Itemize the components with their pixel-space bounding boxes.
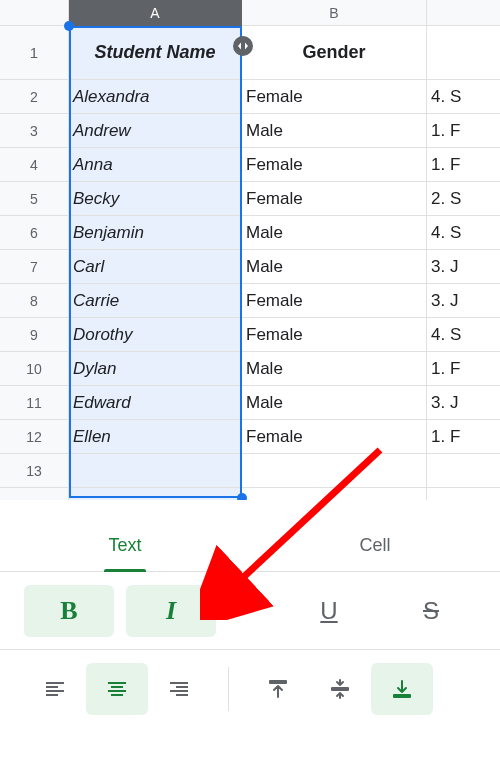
italic-button[interactable]: I	[126, 585, 216, 637]
row-header-4[interactable]: 4	[0, 148, 69, 182]
underline-button[interactable]: U	[284, 585, 374, 637]
cell-B5[interactable]: Female	[242, 182, 427, 216]
row-14: 14	[0, 488, 500, 500]
cell-A11[interactable]: Edward	[69, 386, 242, 420]
cell-C11[interactable]: 3. J	[427, 386, 500, 420]
row-8: 8CarrieFemale3. J	[0, 284, 500, 318]
valign-bottom-icon	[390, 677, 414, 701]
column-resize-handle[interactable]	[233, 36, 253, 56]
row-header-12[interactable]: 12	[0, 420, 69, 454]
spreadsheet-area[interactable]: A B 1 Student Name Gender 2AlexandraFema…	[0, 0, 500, 500]
valign-top-icon	[266, 677, 290, 701]
align-right-icon	[167, 677, 191, 701]
cell-B6[interactable]: Male	[242, 216, 427, 250]
tab-text[interactable]: Text	[0, 520, 250, 571]
cell-B1[interactable]: Gender	[242, 26, 427, 80]
cell-A9[interactable]: Dorothy	[69, 318, 242, 352]
row-header-9[interactable]: 9	[0, 318, 69, 352]
cell-A8[interactable]: Carrie	[69, 284, 242, 318]
row-3: 3AndrewMale1. F	[0, 114, 500, 148]
tab-cell[interactable]: Cell	[250, 520, 500, 571]
cell-B8[interactable]: Female	[242, 284, 427, 318]
row-header-13[interactable]: 13	[0, 454, 69, 488]
cell-B7[interactable]: Male	[242, 250, 427, 284]
row-4: 4AnnaFemale1. F	[0, 148, 500, 182]
row-10: 10DylanMale1. F	[0, 352, 500, 386]
cell-A3[interactable]: Andrew	[69, 114, 242, 148]
cell-A7[interactable]: Carl	[69, 250, 242, 284]
row-12: 12EllenFemale1. F	[0, 420, 500, 454]
row-header-3[interactable]: 3	[0, 114, 69, 148]
cell-B2[interactable]: Female	[242, 80, 427, 114]
cell-B9[interactable]: Female	[242, 318, 427, 352]
selection-handle-top[interactable]	[64, 21, 74, 31]
valign-middle-icon	[328, 677, 352, 701]
cell-A2[interactable]: Alexandra	[69, 80, 242, 114]
cell-C7[interactable]: 3. J	[427, 250, 500, 284]
cell-C5[interactable]: 2. S	[427, 182, 500, 216]
align-center-icon	[105, 677, 129, 701]
cell-C2[interactable]: 4. S	[427, 80, 500, 114]
cell-B13[interactable]	[242, 454, 427, 488]
row-header-7[interactable]: 7	[0, 250, 69, 284]
cell-C1[interactable]	[427, 26, 500, 80]
cell-A4[interactable]: Anna	[69, 148, 242, 182]
align-center-button[interactable]	[86, 663, 148, 715]
row-header-6[interactable]: 6	[0, 216, 69, 250]
format-tabs: Text Cell	[0, 520, 500, 572]
strikethrough-icon: S	[423, 597, 439, 625]
row-header-8[interactable]: 8	[0, 284, 69, 318]
cell-C6[interactable]: 4. S	[427, 216, 500, 250]
cell-A13[interactable]	[69, 454, 242, 488]
cell-A5[interactable]: Becky	[69, 182, 242, 216]
cell-B3[interactable]: Male	[242, 114, 427, 148]
row-5: 5BeckyFemale2. S	[0, 182, 500, 216]
cell-C14[interactable]	[427, 488, 500, 500]
row-11: 11EdwardMale3. J	[0, 386, 500, 420]
valign-top-button[interactable]	[247, 663, 309, 715]
row-header-2[interactable]: 2	[0, 80, 69, 114]
row-header-5[interactable]: 5	[0, 182, 69, 216]
cell-A1[interactable]: Student Name	[69, 26, 242, 80]
cell-A14[interactable]	[69, 488, 242, 500]
strikethrough-button[interactable]: S	[386, 585, 476, 637]
cell-C13[interactable]	[427, 454, 500, 488]
row-header-10[interactable]: 10	[0, 352, 69, 386]
row-header-14[interactable]: 14	[0, 488, 69, 500]
bold-button[interactable]: B	[24, 585, 114, 637]
italic-icon: I	[166, 596, 176, 626]
text-style-row: B I U S	[0, 572, 500, 650]
cell-C12[interactable]: 1. F	[427, 420, 500, 454]
underline-icon: U	[320, 597, 337, 625]
row-13: 13	[0, 454, 500, 488]
cell-C3[interactable]: 1. F	[427, 114, 500, 148]
selection-handle-bottom[interactable]	[237, 493, 247, 500]
cell-B4[interactable]: Female	[242, 148, 427, 182]
alignment-divider	[228, 667, 229, 711]
cell-A6[interactable]: Benjamin	[69, 216, 242, 250]
cell-A12[interactable]: Ellen	[69, 420, 242, 454]
cell-C8[interactable]: 3. J	[427, 284, 500, 318]
cell-A10[interactable]: Dylan	[69, 352, 242, 386]
format-panel: Text Cell B I U S	[0, 520, 500, 728]
resize-horizontal-icon	[237, 40, 249, 52]
column-header-C[interactable]	[427, 0, 500, 26]
cell-C10[interactable]: 1. F	[427, 352, 500, 386]
cell-B10[interactable]: Male	[242, 352, 427, 386]
column-header-B[interactable]: B	[242, 0, 427, 26]
row-header-1[interactable]: 1	[0, 26, 69, 80]
cell-B11[interactable]: Male	[242, 386, 427, 420]
column-header-A[interactable]: A	[69, 0, 242, 26]
cell-B12[interactable]: Female	[242, 420, 427, 454]
align-left-button[interactable]	[24, 663, 86, 715]
select-all-corner[interactable]	[0, 0, 69, 26]
cell-B14[interactable]	[242, 488, 427, 500]
row-header-11[interactable]: 11	[0, 386, 69, 420]
row-2: 2AlexandraFemale4. S	[0, 80, 500, 114]
align-right-button[interactable]	[148, 663, 210, 715]
row-9: 9DorothyFemale4. S	[0, 318, 500, 352]
cell-C9[interactable]: 4. S	[427, 318, 500, 352]
valign-middle-button[interactable]	[309, 663, 371, 715]
cell-C4[interactable]: 1. F	[427, 148, 500, 182]
valign-bottom-button[interactable]	[371, 663, 433, 715]
